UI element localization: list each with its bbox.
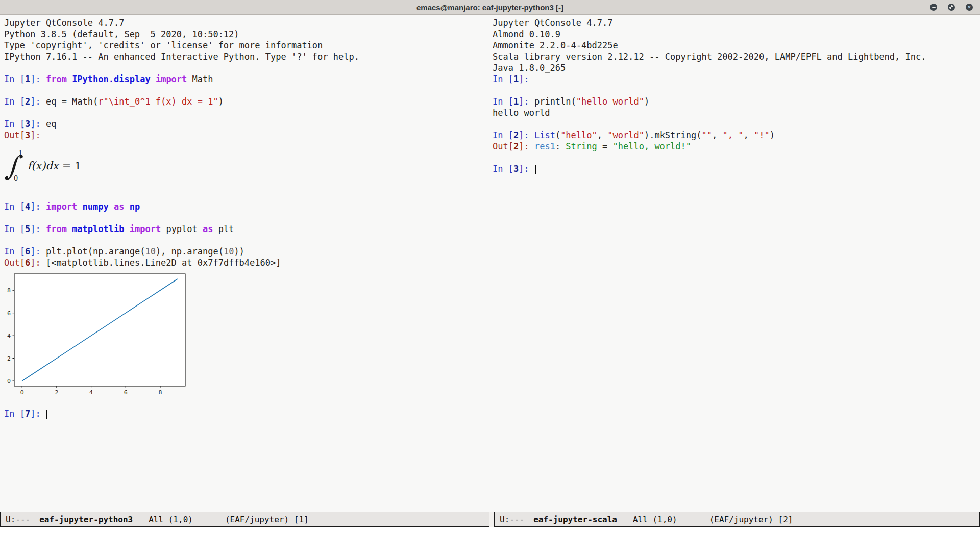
text-token: , (743, 130, 753, 140)
console-line: In [3]: eq (4, 118, 490, 130)
text-token: Out[ (493, 141, 513, 151)
echo-area[interactable] (0, 527, 980, 536)
text-token: "!" (754, 130, 770, 140)
text-token: , (597, 130, 607, 140)
emacs-window: emacs@manjaro: eaf-jupyter-python3 [-] ✕… (0, 0, 980, 536)
text-token (124, 224, 129, 234)
modeline-buffer-name: eaf-jupyter-python3 (39, 515, 133, 524)
console-line: In [6]: plt.plot(np.arange(10), np.arang… (4, 246, 490, 257)
modeline-coding: U:--- (6, 515, 30, 524)
maximize-button[interactable] (948, 4, 955, 11)
text-token: 7 (25, 409, 30, 419)
text-token: , (712, 130, 722, 140)
python-console-lines-bottom: In [7]: (4, 397, 490, 419)
text-token: In [ (4, 246, 25, 257)
text-token: [<matplotlib.lines.Line2D at 0x7f7dffb4e… (46, 258, 281, 268)
text-token: "hello" (560, 130, 597, 140)
minimize-button[interactable] (930, 4, 937, 11)
text-cursor (46, 410, 47, 419)
text-token (67, 74, 72, 84)
window-buttons: ✕ (930, 0, 973, 14)
text-token: ) (770, 130, 775, 140)
text-token: as (114, 201, 124, 212)
text-token: 10 (145, 246, 155, 257)
text-token: String (566, 141, 597, 151)
text-token: ]: (30, 246, 46, 257)
text-token: hello world (493, 108, 550, 118)
console-line (4, 85, 490, 96)
text-token: Almond 0.10.9 (493, 29, 560, 39)
matplotlib-plot: 0246802468 (4, 271, 490, 397)
scala-console-lines: Jupyter QtConsole 4.7.7Almond 0.10.9Ammo… (493, 17, 980, 174)
text-token: import (156, 74, 187, 84)
text-token: In [ (493, 164, 513, 174)
text-token: In [ (493, 130, 513, 140)
text-token: Type 'copyright', 'credits' or 'license'… (4, 40, 323, 50)
python-console-lines-middle: In [4]: import numpy as np In [5]: from … (4, 201, 490, 268)
console-line (4, 397, 490, 408)
upper-limit: 1 (18, 149, 22, 157)
console-line: Out[3]: (4, 130, 490, 141)
console-line: IPython 7.16.1 -- An enhanced Interactiv… (4, 51, 490, 62)
console-line: In [5]: from matplotlib import pyplot as… (4, 223, 490, 235)
modeline-scala-buffer[interactable]: U:--- eaf-jupyter-scala All (1,0) (EAF/j… (494, 512, 980, 527)
text-token: 1 (513, 74, 519, 84)
console-line: Out[2]: res1: String = "hello, world!" (493, 141, 980, 152)
svg-text:6: 6 (7, 310, 11, 317)
left-pane-python-console[interactable]: Jupyter QtConsole 4.7.7Python 3.8.5 (def… (0, 15, 490, 512)
text-token: eq (46, 119, 56, 129)
text-token (109, 201, 114, 212)
text-token: 2 (25, 96, 30, 107)
console-line: In [1]: from IPython.display import Math (4, 73, 490, 85)
text-token: Python 3.8.5 (default, Sep 5 2020, 10:50… (4, 29, 239, 39)
text-token: 3 (25, 130, 30, 140)
console-line (4, 107, 490, 118)
text-token: 2 (513, 141, 519, 151)
console-line: Java 1.8.0_265 (493, 62, 980, 73)
console-line: Scala library version 2.12.12 -- Copyrig… (493, 51, 980, 62)
text-token: In [ (493, 74, 513, 84)
modeline-python-buffer[interactable]: U:--- eaf-jupyter-python3 All (1,0) (EAF… (0, 512, 489, 527)
text-token: In [ (4, 96, 25, 107)
svg-text:8: 8 (158, 389, 162, 396)
right-pane-scala-console[interactable]: Jupyter QtConsole 4.7.7Almond 0.10.9Ammo… (490, 15, 980, 512)
svg-text:0: 0 (20, 389, 24, 396)
text-token: 1 (25, 74, 30, 84)
latex-math-output: ∫ 1 0 f(x)dx = 1 (5, 149, 490, 183)
console-line: In [1]: (493, 73, 980, 85)
text-token: 6 (25, 246, 30, 257)
text-token: matplotlib (72, 224, 124, 234)
console-line (493, 85, 980, 96)
text-token: IPython 7.16.1 -- An enhanced Interactiv… (4, 52, 359, 62)
text-token: from (46, 224, 67, 234)
console-line (4, 212, 490, 223)
text-token: )) (234, 246, 244, 257)
text-token: "hello, world!" (613, 141, 692, 151)
titlebar[interactable]: emacs@manjaro: eaf-jupyter-python3 [-] ✕ (0, 0, 980, 15)
equation-rhs: = 1 (62, 160, 82, 172)
text-token (77, 201, 82, 212)
text-token: 1 (513, 96, 519, 107)
integral-limits: 1 0 (18, 151, 22, 181)
text-token: Scala library version 2.12.12 -- Copyrig… (493, 52, 926, 62)
console-line: In [2]: eq = Math(r"\int_0^1 f(x) dx = 1… (4, 96, 490, 107)
svg-text:4: 4 (89, 389, 93, 396)
close-icon: ✕ (967, 5, 971, 10)
text-token: In [ (4, 224, 25, 234)
close-button[interactable]: ✕ (966, 4, 973, 11)
console-line: In [3]: (493, 163, 980, 174)
text-token: plt (213, 224, 234, 234)
text-token: Jupyter QtConsole 4.7.7 (4, 18, 124, 28)
console-line: In [1]: println("hello world") (493, 96, 980, 107)
text-token: ]: (30, 258, 46, 268)
text-token: pyplot (161, 224, 203, 234)
text-token: 6 (25, 258, 30, 268)
modeline-major-mode: (EAF/jupyter) [2] (709, 515, 793, 524)
text-token: ]: (30, 130, 40, 140)
text-token: ]: (30, 224, 46, 234)
console-line: Type 'copyright', 'credits' or 'license'… (4, 40, 490, 51)
text-token: println( (534, 96, 576, 107)
text-token: numpy (83, 201, 109, 212)
text-token: import (130, 224, 161, 234)
text-token: ]: (519, 141, 534, 151)
